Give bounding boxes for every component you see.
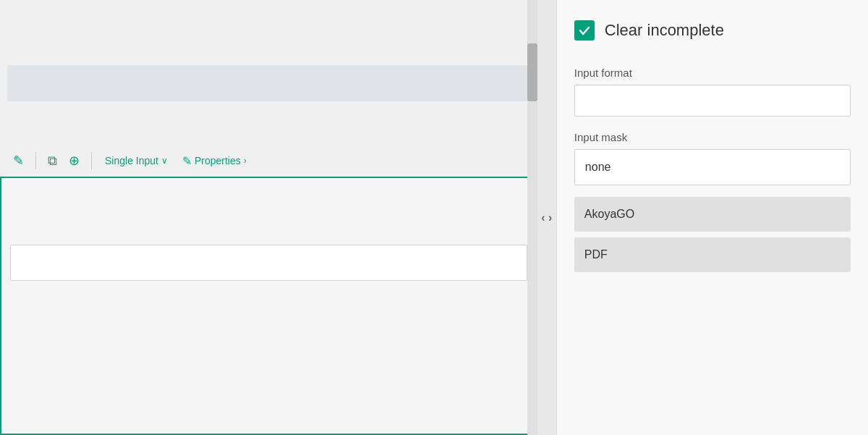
input-mask-section: Input mask none AkoyaGO PDF bbox=[574, 131, 851, 278]
input-mask-text: none bbox=[585, 161, 611, 174]
single-input-button[interactable]: Single Input ∨ bbox=[99, 152, 174, 169]
mid-spacer bbox=[0, 101, 537, 145]
toolbar-divider-2 bbox=[91, 152, 92, 169]
scrollbar-thumb[interactable] bbox=[527, 43, 537, 101]
clear-incomplete-row: Clear incomplete bbox=[574, 14, 851, 46]
scrollbar-track bbox=[527, 0, 537, 435]
content-area bbox=[0, 178, 537, 435]
chevron-right-icon: › bbox=[244, 156, 247, 166]
top-area bbox=[0, 0, 537, 101]
checkmark-icon bbox=[579, 25, 590, 36]
collapse-arrow-icon: ‹ › bbox=[541, 211, 552, 224]
input-format-label: Input format bbox=[574, 67, 851, 79]
properties-label: Properties bbox=[195, 155, 241, 166]
clear-incomplete-label: Clear incomplete bbox=[605, 21, 724, 40]
copy-icon[interactable]: ⧉ bbox=[43, 151, 61, 172]
chevron-down-icon: ∨ bbox=[161, 156, 168, 166]
dropdown-item-akoyago[interactable]: AkoyaGO bbox=[574, 197, 851, 232]
empty-row bbox=[10, 190, 527, 233]
pencil-icon[interactable]: ✎ bbox=[9, 150, 28, 172]
properties-button[interactable]: ✎ Properties › bbox=[176, 151, 252, 171]
input-mask-value[interactable]: none bbox=[574, 149, 851, 185]
single-input-label: Single Input bbox=[105, 155, 158, 166]
properties-edit-icon: ✎ bbox=[182, 154, 192, 168]
clear-incomplete-checkbox[interactable] bbox=[574, 20, 595, 41]
toolbar: ✎ ⧉ ⊕ Single Input ∨ ✎ Properties › bbox=[0, 145, 537, 178]
collapse-panel-button[interactable]: ‹ › bbox=[537, 0, 556, 435]
input-format-section: Input format bbox=[574, 67, 851, 131]
dropdown-item-label-1: PDF bbox=[584, 248, 608, 261]
toolbar-divider bbox=[35, 152, 36, 169]
left-panel: ✎ ⧉ ⊕ Single Input ∨ ✎ Properties › bbox=[0, 0, 537, 435]
add-icon[interactable]: ⊕ bbox=[64, 150, 84, 172]
input-field-1[interactable] bbox=[10, 245, 527, 281]
input-format-field[interactable] bbox=[574, 85, 851, 117]
dropdown-item-pdf[interactable]: PDF bbox=[574, 237, 851, 272]
input-mask-label: Input mask bbox=[574, 131, 851, 143]
gray-bar bbox=[7, 65, 530, 101]
dropdown-item-label-0: AkoyaGO bbox=[584, 208, 634, 221]
right-panel: Clear incomplete Input format Input mask… bbox=[556, 0, 868, 435]
